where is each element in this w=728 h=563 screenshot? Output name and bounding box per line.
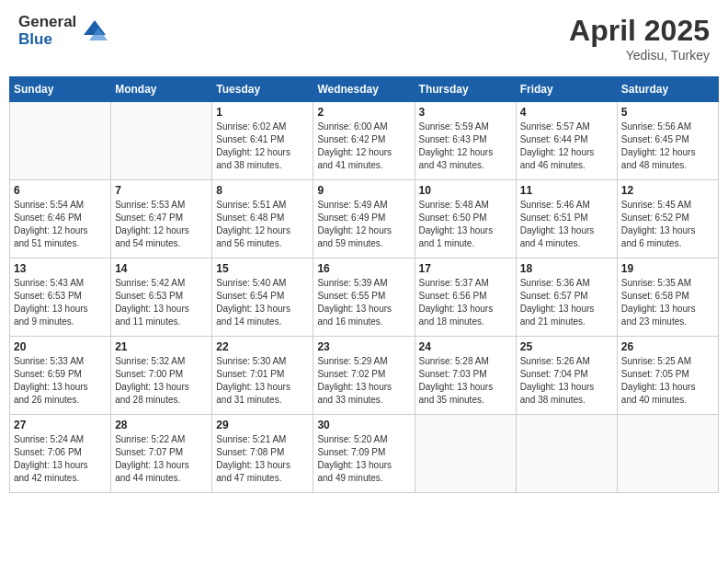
logo: General Blue	[18, 14, 109, 48]
calendar-cell: 25Sunrise: 5:26 AM Sunset: 7:04 PM Dayli…	[516, 337, 617, 415]
day-info: Sunrise: 5:48 AM Sunset: 6:50 PM Dayligh…	[419, 199, 512, 250]
calendar-table: SundayMondayTuesdayWednesdayThursdayFrid…	[9, 76, 719, 493]
calendar-cell: 16Sunrise: 5:39 AM Sunset: 6:55 PM Dayli…	[313, 259, 415, 337]
day-info: Sunrise: 5:53 AM Sunset: 6:47 PM Dayligh…	[115, 199, 208, 250]
day-number: 13	[14, 262, 107, 275]
day-info: Sunrise: 5:37 AM Sunset: 6:56 PM Dayligh…	[419, 277, 512, 328]
day-info: Sunrise: 5:59 AM Sunset: 6:43 PM Dayligh…	[419, 121, 512, 172]
calendar-cell: 21Sunrise: 5:32 AM Sunset: 7:00 PM Dayli…	[111, 337, 212, 415]
day-number: 3	[419, 106, 512, 119]
day-number: 5	[621, 106, 714, 119]
calendar-cell: 28Sunrise: 5:22 AM Sunset: 7:07 PM Dayli…	[111, 415, 212, 493]
weekday-header-row: SundayMondayTuesdayWednesdayThursdayFrid…	[10, 77, 719, 102]
calendar-cell: 13Sunrise: 5:43 AM Sunset: 6:53 PM Dayli…	[10, 259, 111, 337]
calendar-cell: 14Sunrise: 5:42 AM Sunset: 6:53 PM Dayli…	[111, 259, 212, 337]
calendar-cell: 24Sunrise: 5:28 AM Sunset: 7:03 PM Dayli…	[415, 337, 516, 415]
day-number: 10	[419, 184, 512, 197]
day-info: Sunrise: 5:49 AM Sunset: 6:49 PM Dayligh…	[317, 199, 410, 250]
title-area: April 2025 Yedisu, Turkey	[569, 14, 710, 63]
weekday-header: Monday	[111, 77, 212, 102]
day-number: 4	[520, 106, 613, 119]
calendar-week-row: 1Sunrise: 6:02 AM Sunset: 6:41 PM Daylig…	[10, 102, 719, 180]
calendar-cell: 27Sunrise: 5:24 AM Sunset: 7:06 PM Dayli…	[10, 415, 111, 493]
day-number: 11	[520, 184, 613, 197]
day-info: Sunrise: 5:56 AM Sunset: 6:45 PM Dayligh…	[621, 121, 714, 172]
day-number: 25	[520, 340, 613, 353]
calendar-cell: 29Sunrise: 5:21 AM Sunset: 7:08 PM Dayli…	[212, 415, 313, 493]
calendar-cell: 30Sunrise: 5:20 AM Sunset: 7:09 PM Dayli…	[313, 415, 415, 493]
calendar-cell	[10, 102, 111, 180]
day-info: Sunrise: 5:43 AM Sunset: 6:53 PM Dayligh…	[14, 277, 107, 328]
weekday-header: Wednesday	[313, 77, 415, 102]
calendar-cell: 19Sunrise: 5:35 AM Sunset: 6:58 PM Dayli…	[617, 259, 718, 337]
day-number: 22	[216, 340, 309, 353]
day-info: Sunrise: 5:51 AM Sunset: 6:48 PM Dayligh…	[216, 199, 309, 250]
day-number: 26	[621, 340, 714, 353]
calendar-cell: 2Sunrise: 6:00 AM Sunset: 6:42 PM Daylig…	[313, 102, 415, 180]
day-number: 8	[216, 184, 309, 197]
weekday-header: Tuesday	[212, 77, 313, 102]
day-number: 7	[115, 184, 208, 197]
day-number: 21	[115, 340, 208, 353]
day-info: Sunrise: 5:21 AM Sunset: 7:08 PM Dayligh…	[216, 433, 309, 485]
day-info: Sunrise: 5:54 AM Sunset: 6:46 PM Dayligh…	[14, 199, 107, 250]
day-number: 29	[216, 419, 309, 431]
day-info: Sunrise: 5:20 AM Sunset: 7:09 PM Dayligh…	[317, 433, 410, 485]
day-info: Sunrise: 6:00 AM Sunset: 6:42 PM Dayligh…	[317, 121, 410, 172]
logo-icon	[80, 17, 109, 46]
calendar-cell: 17Sunrise: 5:37 AM Sunset: 6:56 PM Dayli…	[415, 259, 516, 337]
page-header: General Blue April 2025 Yedisu, Turkey	[9, 9, 719, 67]
day-number: 28	[115, 419, 208, 431]
calendar-cell: 12Sunrise: 5:45 AM Sunset: 6:52 PM Dayli…	[617, 180, 718, 259]
day-number: 17	[419, 262, 512, 275]
calendar-cell: 6Sunrise: 5:54 AM Sunset: 6:46 PM Daylig…	[10, 180, 111, 259]
day-info: Sunrise: 5:24 AM Sunset: 7:06 PM Dayligh…	[14, 433, 107, 485]
day-info: Sunrise: 5:30 AM Sunset: 7:01 PM Dayligh…	[216, 355, 309, 407]
calendar-cell: 18Sunrise: 5:36 AM Sunset: 6:57 PM Dayli…	[516, 259, 617, 337]
calendar-cell: 11Sunrise: 5:46 AM Sunset: 6:51 PM Dayli…	[516, 180, 617, 259]
day-number: 15	[216, 262, 309, 275]
day-info: Sunrise: 5:33 AM Sunset: 6:59 PM Dayligh…	[14, 355, 107, 407]
calendar-cell: 23Sunrise: 5:29 AM Sunset: 7:02 PM Dayli…	[313, 337, 415, 415]
calendar-cell: 20Sunrise: 5:33 AM Sunset: 6:59 PM Dayli…	[10, 337, 111, 415]
calendar-cell: 22Sunrise: 5:30 AM Sunset: 7:01 PM Dayli…	[212, 337, 313, 415]
day-number: 23	[317, 340, 410, 353]
day-number: 1	[216, 106, 309, 119]
day-info: Sunrise: 5:39 AM Sunset: 6:55 PM Dayligh…	[317, 277, 410, 328]
day-info: Sunrise: 5:42 AM Sunset: 6:53 PM Dayligh…	[115, 277, 208, 328]
calendar-cell: 4Sunrise: 5:57 AM Sunset: 6:44 PM Daylig…	[516, 102, 617, 180]
title-month: April 2025	[569, 14, 710, 48]
calendar-week-row: 20Sunrise: 5:33 AM Sunset: 6:59 PM Dayli…	[10, 337, 719, 415]
day-number: 16	[317, 262, 410, 275]
day-number: 20	[14, 340, 107, 353]
calendar-cell: 5Sunrise: 5:56 AM Sunset: 6:45 PM Daylig…	[617, 102, 718, 180]
day-number: 2	[317, 106, 410, 119]
svg-marker-0	[84, 20, 106, 35]
calendar-week-row: 6Sunrise: 5:54 AM Sunset: 6:46 PM Daylig…	[10, 180, 719, 259]
day-info: Sunrise: 5:36 AM Sunset: 6:57 PM Dayligh…	[520, 277, 613, 328]
weekday-header: Thursday	[415, 77, 516, 102]
day-info: Sunrise: 5:22 AM Sunset: 7:07 PM Dayligh…	[115, 433, 208, 485]
calendar-cell: 1Sunrise: 6:02 AM Sunset: 6:41 PM Daylig…	[212, 102, 313, 180]
logo-general: General	[18, 14, 76, 31]
calendar-cell: 3Sunrise: 5:59 AM Sunset: 6:43 PM Daylig…	[415, 102, 516, 180]
day-info: Sunrise: 5:26 AM Sunset: 7:04 PM Dayligh…	[520, 355, 613, 407]
day-info: Sunrise: 6:02 AM Sunset: 6:41 PM Dayligh…	[216, 121, 309, 172]
weekday-header: Sunday	[10, 77, 111, 102]
title-location: Yedisu, Turkey	[569, 48, 710, 63]
day-info: Sunrise: 5:35 AM Sunset: 6:58 PM Dayligh…	[621, 277, 714, 328]
calendar-cell	[516, 415, 617, 493]
day-number: 24	[419, 340, 512, 353]
calendar-cell: 8Sunrise: 5:51 AM Sunset: 6:48 PM Daylig…	[212, 180, 313, 259]
day-info: Sunrise: 5:57 AM Sunset: 6:44 PM Dayligh…	[520, 121, 613, 172]
day-number: 6	[14, 184, 107, 197]
day-info: Sunrise: 5:45 AM Sunset: 6:52 PM Dayligh…	[621, 199, 714, 250]
day-number: 12	[621, 184, 714, 197]
calendar-week-row: 13Sunrise: 5:43 AM Sunset: 6:53 PM Dayli…	[10, 259, 719, 337]
weekday-header: Friday	[516, 77, 617, 102]
day-number: 19	[621, 262, 714, 275]
day-number: 9	[317, 184, 410, 197]
day-info: Sunrise: 5:28 AM Sunset: 7:03 PM Dayligh…	[419, 355, 512, 407]
day-number: 30	[317, 419, 410, 431]
day-number: 27	[14, 419, 107, 431]
